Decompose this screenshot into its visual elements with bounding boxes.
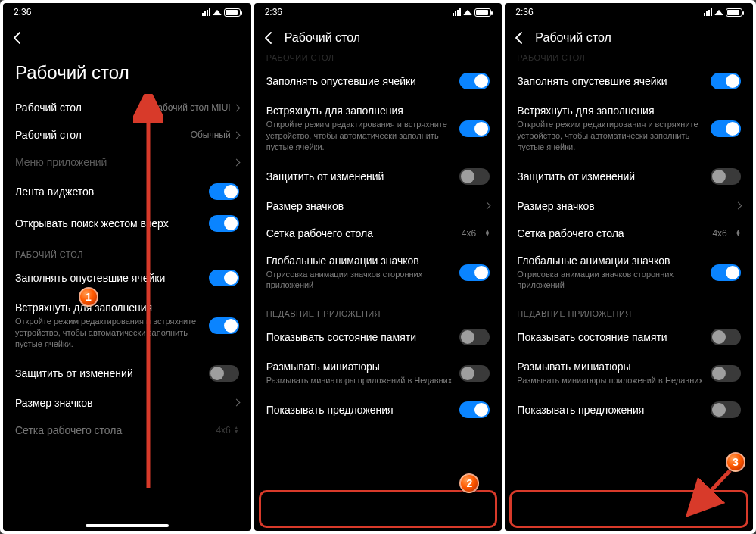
row-label: Открывать поиск жестом вверх [15, 217, 169, 230]
toggle-switch[interactable] [459, 329, 490, 345]
signal-icon [704, 8, 712, 16]
toggle-switch[interactable] [459, 168, 490, 185]
toggle-switch[interactable] [711, 329, 741, 345]
phone-panel-1: 2:36 Рабочий стол Рабочий стол Рабочий с… [3, 3, 251, 531]
toggle-switch[interactable] [711, 401, 741, 418]
status-time: 2:36 [14, 7, 31, 17]
row-show-suggestions[interactable]: Показывать предложения [505, 394, 753, 426]
row-search-gesture[interactable]: Открывать поиск жестом вверх [3, 208, 251, 239]
row-grid[interactable]: Сетка рабочего стола 4x6 ▲▼ [254, 220, 502, 247]
status-time: 2:36 [515, 7, 533, 17]
row-label: Показывать предложения [266, 404, 394, 416]
toggle-switch[interactable] [209, 270, 239, 286]
header-bar: Рабочий стол [254, 21, 502, 55]
row-widget-feed[interactable]: Лента виджетов [3, 176, 251, 208]
row-value [736, 203, 741, 208]
arrow-left-icon [11, 30, 26, 45]
row-lock-layout[interactable]: Защитить от изменений [505, 161, 753, 192]
chevron-right-icon [232, 131, 240, 139]
signal-icon [453, 8, 461, 16]
battery-icon [474, 8, 491, 17]
row-label: Заполнять опустевшие ячейки [517, 75, 667, 87]
row-icon-size[interactable]: Размер значков [254, 192, 502, 220]
row-lock-layout[interactable]: Защитить от изменений [254, 161, 502, 192]
row-label: Размывать миниатюры [266, 361, 453, 373]
row-value: 4x6 ▲▼ [462, 228, 490, 239]
row-grid[interactable]: Сетка рабочего стола 4x6 ▲▼ [505, 220, 753, 247]
row-memory-status[interactable]: Показывать состояние памяти [505, 321, 753, 353]
settings-list[interactable]: Рабочий стол Рабочий стол MIUI Рабочий с… [3, 94, 251, 531]
row-shake-fill[interactable]: Встряхнуть для заполнения Откройте режим… [254, 97, 502, 161]
row-blur-thumbs[interactable]: Размывать миниатюры Размывать миниатюры … [505, 353, 753, 394]
row-lock-layout[interactable]: Защитить от изменений [3, 358, 251, 389]
row-icon-size[interactable]: Размер значков [3, 389, 251, 417]
row-icon-size[interactable]: Размер значков [505, 192, 753, 220]
wifi-icon [213, 9, 222, 15]
back-button[interactable] [254, 21, 285, 55]
toggle-switch[interactable] [459, 365, 490, 382]
status-indicators [453, 8, 491, 17]
row-label: Показывать состояние памяти [266, 331, 416, 343]
arrow-left-icon [512, 30, 527, 45]
toggle-switch[interactable] [711, 120, 741, 137]
row-value [484, 203, 490, 208]
toggle-switch[interactable] [711, 168, 741, 185]
settings-list[interactable]: РАБОЧИЙ СТОЛ Заполнять опустевшие ячейки… [505, 55, 753, 531]
row-blur-thumbs[interactable]: Размывать миниатюры Размывать миниатюры … [254, 353, 502, 394]
toggle-switch[interactable] [459, 401, 490, 418]
row-subtext: Размывать миниатюры приложений в Недавни… [266, 375, 453, 386]
section-header: НЕДАВНИЕ ПРИЛОЖЕНИЯ [505, 298, 753, 321]
row-subtext: Откройте режим редактирования и встряхни… [266, 119, 453, 153]
back-button[interactable] [505, 21, 535, 55]
battery-icon [224, 8, 241, 17]
arrow-left-icon [262, 30, 277, 45]
row-subtext: Откройте режим редактирования и встряхни… [517, 119, 703, 153]
toggle-switch[interactable] [459, 120, 490, 137]
toggle-switch[interactable] [711, 264, 741, 281]
chevron-right-icon [232, 158, 240, 166]
header-bar: Рабочий стол [505, 21, 753, 55]
row-value: 4x6 ▲▼ [712, 228, 741, 239]
section-header: РАБОЧИЙ СТОЛ [3, 239, 251, 262]
row-global-anim[interactable]: Глобальные анимации значков Отрисовка ан… [254, 247, 502, 299]
status-indicators [704, 8, 742, 17]
toggle-switch[interactable] [209, 183, 239, 200]
row-fill-empty[interactable]: Заполнять опустевшие ячейки [505, 65, 753, 97]
toggle-switch[interactable] [209, 317, 239, 334]
row-app-drawer[interactable]: Меню приложений [3, 148, 251, 176]
row-subtext: Отрисовка анимации значков сторонних при… [517, 269, 703, 292]
status-time: 2:36 [265, 7, 282, 17]
gesture-bar[interactable] [86, 524, 169, 527]
row-home-launcher[interactable]: Рабочий стол Рабочий стол MIUI [3, 94, 251, 121]
toggle-switch[interactable] [459, 73, 490, 89]
row-grid[interactable]: Сетка рабочего стола 4x6▲▼ [3, 417, 251, 444]
header-title: Рабочий стол [535, 31, 611, 45]
settings-list[interactable]: РАБОЧИЙ СТОЛ Заполнять опустевшие ячейки… [254, 55, 502, 531]
row-show-suggestions[interactable]: Показывать предложения [254, 394, 502, 426]
row-shake-fill[interactable]: Встряхнуть для заполнения Откройте режим… [505, 97, 753, 161]
row-label: Рабочий стол [15, 129, 82, 141]
row-fill-empty[interactable]: Заполнять опустевшие ячейки [254, 65, 502, 97]
row-label: Рабочий стол [15, 101, 82, 114]
toggle-switch[interactable] [209, 365, 239, 382]
row-shake-fill[interactable]: Встряхнуть для заполнения Откройте режим… [3, 294, 251, 358]
battery-icon [726, 8, 742, 17]
row-global-anim[interactable]: Глобальные анимации значков Отрисовка ан… [505, 247, 753, 299]
row-value [234, 400, 239, 405]
back-button[interactable] [3, 21, 33, 55]
toggle-switch[interactable] [711, 365, 741, 382]
row-label: Сетка рабочего стола [266, 227, 373, 239]
row-home-mode[interactable]: Рабочий стол Обычный [3, 121, 251, 148]
row-value [234, 160, 239, 165]
toggle-switch[interactable] [711, 73, 741, 89]
row-memory-status[interactable]: Показывать состояние памяти [254, 321, 502, 353]
row-label: Встряхнуть для заполнения [15, 301, 201, 314]
row-label: Защитить от изменений [517, 170, 635, 183]
row-label: Лента виджетов [15, 186, 94, 198]
row-fill-empty[interactable]: Заполнять опустевшие ячейки [3, 262, 251, 294]
phone-panel-2: 2:36 Рабочий стол РАБОЧИЙ СТОЛ Заполнять… [254, 3, 502, 531]
section-header: РАБОЧИЙ СТОЛ [505, 55, 753, 65]
toggle-switch[interactable] [209, 215, 239, 232]
toggle-switch[interactable] [459, 264, 490, 281]
row-value: 4x6▲▼ [216, 425, 238, 436]
